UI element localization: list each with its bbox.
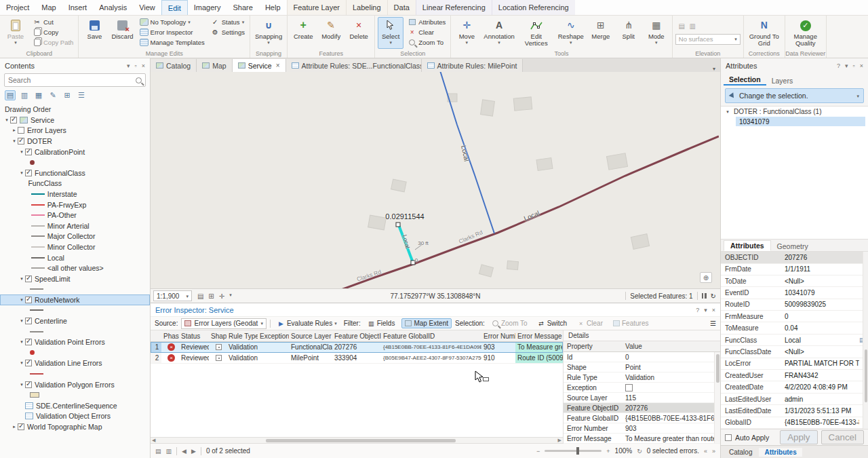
document-tab[interactable]: Service × — [233, 59, 286, 72]
visibility-checkbox[interactable] — [25, 360, 32, 366]
attribute-row[interactable]: RouteID 50099839025 ▤ — [721, 299, 868, 311]
menu-tab[interactable]: Analysis — [93, 0, 133, 15]
ground-to-grid-button[interactable]: N Ground To Grid — [747, 17, 782, 49]
paste-button[interactable]: Paste▾ — [3, 17, 28, 49]
visibility-checkbox[interactable] — [18, 127, 24, 134]
detail-row[interactable]: Error Number 903 — [564, 423, 720, 434]
col-error-message[interactable]: Error Message — [515, 330, 563, 341]
attribute-value[interactable]: <Null> — [785, 278, 859, 285]
edit-vertices-button[interactable]: Edit Vertices — [519, 17, 554, 49]
contents-tree-item[interactable]: World Topographic Map — [0, 421, 150, 432]
menu-tab[interactable]: Share — [227, 0, 259, 15]
copy-button[interactable]: Copy — [31, 27, 75, 37]
cancel-button[interactable]: Cancel — [821, 430, 865, 444]
contents-tree-item[interactable] — [0, 157, 150, 168]
menu-tab[interactable]: Labeling — [346, 0, 387, 15]
document-tab[interactable]: Attribute Rules: MilePoint × — [422, 59, 524, 72]
list-by-drawing-order-icon[interactable]: ▤ — [5, 90, 16, 100]
clear-errors-button[interactable]: × Clear — [574, 318, 606, 328]
refresh-icon[interactable]: ↻ — [711, 292, 716, 300]
attributes-pin-icon[interactable]: ▫ — [853, 62, 855, 69]
select-button[interactable]: Select▾ — [378, 17, 403, 49]
manage-quality-button[interactable]: ✓ Manage Quality — [788, 17, 823, 49]
detail-row[interactable]: Error Message To Measure greater than ro… — [564, 434, 720, 444]
attribute-subtab[interactable]: Geometry — [771, 242, 814, 251]
col-exception[interactable]: Exception — [258, 330, 289, 341]
attribute-value[interactable]: 1/1/1911 — [785, 265, 859, 273]
detail-row[interactable]: Feature ObjectID 207276 — [564, 403, 720, 413]
expander-icon[interactable] — [724, 109, 731, 115]
contents-tree-item[interactable]: SDE.CenterlineSequence — [0, 400, 150, 411]
selected-features-count[interactable]: Selected Features: 1 — [630, 292, 692, 300]
visibility-checkbox[interactable] — [25, 170, 32, 176]
col-feature-globalid[interactable]: Feature GlobalID — [381, 330, 481, 341]
contents-tree-item[interactable]: Validation Object Errors — [0, 411, 150, 422]
refresh-errors-icon[interactable]: ↻ — [637, 448, 642, 455]
panel-bottom-tab[interactable]: Attributes — [759, 448, 802, 457]
tab-close-icon[interactable]: × — [276, 62, 280, 69]
elevation-surface-dropdown[interactable]: No surfaces▾ — [675, 34, 741, 45]
attribute-value[interactable]: Local — [785, 337, 859, 344]
search-input[interactable] — [8, 76, 136, 84]
menu-tab[interactable]: Edit — [161, 0, 188, 15]
more-icon[interactable]: ▾ — [229, 292, 232, 300]
menu-tab[interactable]: View — [133, 0, 161, 15]
visibility-checkbox[interactable] — [25, 275, 32, 282]
detail-row[interactable]: Exception — [564, 383, 720, 393]
expander-icon[interactable] — [18, 149, 25, 155]
map-extent-toggle[interactable]: Map Extent — [401, 318, 452, 328]
expander-icon[interactable] — [11, 424, 18, 430]
prev-page-icon[interactable]: ◀ — [182, 448, 186, 455]
attributes-tab[interactable]: Selection — [724, 75, 766, 85]
contents-tree-item[interactable]: Validation Polygon Errors — [0, 379, 150, 390]
bookmark-icon[interactable]: ▤ — [197, 292, 203, 300]
attribute-row[interactable]: FuncClass Local ▤ — [721, 335, 868, 346]
pause-drawing-icon[interactable] — [702, 293, 707, 299]
col-rule-type[interactable]: Rule Type — [226, 330, 258, 341]
col-source-layer[interactable]: Source Layer — [289, 330, 332, 341]
attributes-scrollbar[interactable] — [863, 252, 868, 429]
attributes-menu-icon[interactable]: ▾ — [845, 62, 848, 69]
modify-button[interactable]: ✎ Modify — [318, 17, 344, 49]
manage-templates-button[interactable]: Manage Templates — [138, 37, 207, 47]
contents-close-icon[interactable]: × — [142, 62, 145, 69]
attribute-row[interactable]: LastEditedDate 1/31/2023 5:51:13 PM ▤ — [721, 405, 868, 417]
detail-row[interactable]: Shape Point — [564, 362, 720, 373]
document-tab[interactable]: Attribute Rules: SDE...FunctionalClass × — [286, 59, 422, 72]
auto-apply-checkbox[interactable] — [725, 434, 732, 441]
attribute-value[interactable]: 1/31/2023 5:51:13 PM — [785, 407, 859, 415]
discard-button[interactable]: Discard — [109, 17, 135, 49]
expander-icon[interactable] — [18, 276, 25, 282]
visibility-checkbox[interactable] — [25, 381, 32, 388]
contents-tree-item[interactable] — [0, 347, 150, 358]
document-tab[interactable]: Catalog × — [151, 59, 197, 72]
contents-tree-item[interactable] — [0, 368, 150, 379]
menu-tab[interactable]: Linear Referencing — [416, 0, 492, 15]
map-view[interactable]: 0.02911544 30 ft 0 Local Local Local Cla… — [151, 72, 720, 288]
expander-icon[interactable] — [18, 339, 25, 345]
inspector-options-icon[interactable]: ☰ — [710, 320, 716, 327]
expander-icon[interactable] — [18, 360, 25, 366]
list-by-source-icon[interactable]: ▥ — [19, 90, 30, 100]
clear-button[interactable]: ×Clear — [406, 27, 448, 37]
change-selection-dropdown[interactable]: Change the selection. ▾ — [725, 88, 864, 103]
details-scrollbar[interactable] — [714, 352, 720, 443]
contents-tree-item[interactable]: Error Layers — [0, 126, 150, 136]
row-number[interactable]: 2 — [151, 353, 161, 363]
expander-icon[interactable] — [11, 128, 18, 133]
menu-tab[interactable]: Map — [35, 0, 62, 15]
menu-tab[interactable]: Insert — [62, 0, 94, 15]
attribute-value[interactable]: admin — [785, 396, 859, 403]
attributes-scrollbar-thumb[interactable] — [865, 349, 867, 402]
attribute-row[interactable]: LastEditedUser admin ▤ — [721, 394, 868, 405]
attributes-button[interactable]: Attributes — [406, 17, 448, 26]
selection-tree-item[interactable]: 10341079 — [736, 117, 865, 126]
inspector-close-icon[interactable]: × — [712, 307, 715, 313]
zoom-out-icon[interactable]: − — [536, 448, 540, 455]
error-inspector-button[interactable]: Error Inspector — [138, 27, 207, 37]
visibility-checkbox[interactable] — [25, 297, 32, 303]
detail-row[interactable]: Rule Type Validation — [564, 373, 720, 383]
expander-icon[interactable] — [3, 117, 10, 123]
contents-tree-item[interactable]: Local — [0, 252, 150, 263]
attributes-close-icon[interactable]: × — [860, 62, 863, 69]
